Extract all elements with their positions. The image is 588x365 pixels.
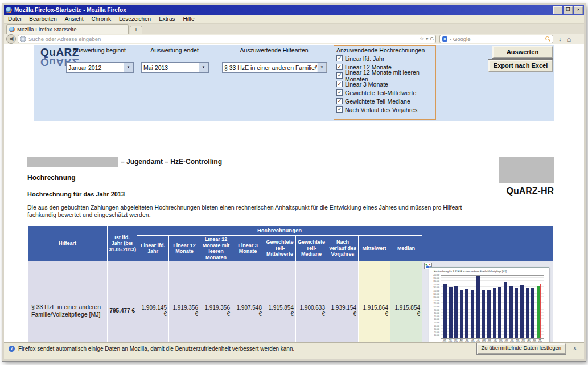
col-header: Linear 12 Monate mit leeren Monaten [200, 236, 232, 261]
notification-close-button[interactable]: x [570, 344, 579, 353]
chart-ytick: 90.000 [434, 309, 439, 311]
checkbox-item[interactable]: ✓Linear lfd. Jahr [336, 54, 433, 63]
checkbox-icon[interactable]: ✓ [336, 72, 343, 79]
menu-item-chronik[interactable]: Chronik [88, 16, 115, 22]
chart-ytick: 170.000 [433, 284, 439, 285]
menu-item-datei[interactable]: Datei [4, 16, 25, 22]
chart-ytick: 80.000 [434, 313, 439, 314]
globe-icon [20, 36, 26, 42]
search-icon[interactable] [545, 36, 550, 42]
checkbox-group-title: Anzuwendende Hochrechnungen [336, 47, 433, 54]
checkbox-label: Gewichtete Teil-Mittelwerte [345, 89, 416, 96]
chart-bar [449, 287, 453, 338]
checkbox-icon[interactable]: ✓ [336, 64, 343, 70]
home-icon[interactable]: ⌂ [567, 35, 571, 43]
dropdown-hilfearten[interactable]: § 33 HzE in einer anderen Familie/Vollze… [222, 62, 327, 73]
checkbox-list: ✓Linear lfd. Jahr✓Linear 12 Monate✓Linea… [336, 54, 433, 114]
chart-ytick: 200.000 [433, 274, 439, 276]
menu-item-ansicht[interactable]: Ansicht [61, 16, 88, 22]
restore-button[interactable]: ❐ [564, 6, 573, 14]
label-auswertung-endet: Auswertung endet [141, 47, 208, 54]
chart-spanne-bar [540, 284, 541, 338]
checkbox-item[interactable]: ✓Linear 12 Monate mit leeren Monaten [336, 71, 433, 80]
redacted-box [27, 157, 118, 167]
chart-bar [504, 282, 507, 338]
chart-bar [482, 290, 485, 338]
notification-settings-button[interactable]: Zu übermittelnde Daten festlegen [477, 343, 566, 354]
chart-ytick: 40.000 [434, 325, 439, 327]
checkbox-item[interactable]: ✓Nach Verlauf des Vorjahres [336, 105, 433, 114]
col-header: Linear 3 Monate [232, 236, 264, 261]
cell-value: 1.939.154 € [327, 261, 359, 343]
col-header: Gewichtete Teil- Mittelwerte [264, 236, 296, 261]
chevron-down-icon[interactable]: ▼ [199, 63, 208, 72]
export-excel-button[interactable]: Export nach Excel [488, 60, 553, 72]
checkbox-icon[interactable]: ✓ [336, 81, 343, 87]
col-header: Mittelwert [359, 236, 390, 261]
checkbox-icon[interactable]: ✓ [336, 55, 343, 61]
cell-median: 1.915.854 € [390, 261, 422, 343]
checkbox-icon[interactable]: ✓ [336, 106, 343, 113]
chart-ytick: 20.000 [434, 331, 439, 333]
menu-bar: DateiBearbeitenAnsichtChronikLesezeichen… [4, 15, 584, 24]
menu-item-hilfe[interactable]: Hilfe [179, 16, 199, 22]
col-header: Gewichtete Teil-Mediane [296, 236, 327, 261]
notification-text: Firefox sendet automatisch einige Daten … [18, 346, 294, 352]
tab-bar: Mozilla Firefox-Startseite + [4, 24, 584, 34]
chart-bar [509, 286, 513, 338]
chart-bar [531, 288, 534, 338]
chart-bar [498, 287, 501, 338]
dropdown-auswertung-beginnt[interactable]: Januar 2012 ▼ [66, 62, 134, 73]
col-header: Nach Verlauf des Vorjahres [327, 236, 359, 261]
cell-mittelwert: 1.915.864 € [359, 261, 390, 343]
chart-bar [493, 288, 496, 338]
search-bar[interactable]: 8 - Google [439, 35, 553, 43]
url-bar[interactable]: Suche oder Adresse eingeben ☆ ▾ C [18, 35, 436, 43]
chart-bar [471, 290, 474, 338]
url-placeholder: Suche oder Adresse eingeben [28, 36, 101, 42]
chart-bar [460, 290, 463, 338]
mini-chart-yaxis: 10.00020.00030.00040.00050.00060.00070.0… [430, 275, 440, 339]
cell-chart: Hochrechnung für '§ 33 HzE in einer ande… [422, 261, 554, 343]
chart-bar [476, 276, 480, 338]
checkbox-icon[interactable]: ✓ [336, 89, 343, 96]
chart-bar [526, 288, 529, 338]
reload-icon[interactable]: C [430, 36, 434, 42]
chart-ytick: 180.000 [433, 281, 439, 282]
search-placeholder: - Google [450, 36, 470, 42]
menu-item-bearbeiten[interactable]: Bearbeiten [25, 16, 60, 22]
url-dropdown-icon[interactable]: ▾ [426, 36, 429, 42]
bookmark-star-icon[interactable]: ☆ [420, 36, 424, 42]
auswerten-button[interactable]: Auswerten [492, 46, 553, 58]
tab-title: Mozilla Firefox-Startseite [17, 26, 77, 32]
checkbox-icon[interactable]: ✓ [336, 98, 343, 104]
cell-hilfeart: § 33 HzE in einer anderen Familie/Vollze… [28, 261, 108, 343]
dropdown-value: Januar 2012 [67, 64, 124, 71]
new-tab-button[interactable]: + [130, 26, 142, 34]
chevron-down-icon[interactable]: ▼ [124, 63, 133, 72]
chart-ytick: 120.000 [433, 300, 439, 301]
tab-firefox-startseite[interactable]: Mozilla Firefox-Startseite [6, 24, 129, 34]
dropdown-value: Mai 2013 [142, 64, 199, 71]
menu-item-extras[interactable]: Extras [155, 16, 179, 22]
checkbox-item[interactable]: ✓Gewichtete Teil-Mittelwerte [336, 88, 433, 97]
close-button[interactable]: × [574, 6, 583, 14]
checkbox-label: Gewichtete Teil-Mediane [345, 98, 410, 105]
downloads-icon[interactable]: ↓ [558, 35, 562, 42]
label-auswertung-beginnt: Auswertung beginnt [66, 47, 133, 54]
window-controls: _ ❐ × [553, 6, 584, 14]
checkbox-item[interactable]: ✓Gewichtete Teil-Mediane [336, 97, 433, 105]
dropdown-auswertung-endet[interactable]: Mai 2013 ▼ [141, 62, 209, 73]
hochrechnungen-checkbox-group: Anzuwendende Hochrechnungen ✓Linear lfd.… [334, 45, 436, 120]
minimize-button[interactable]: _ [553, 6, 562, 14]
back-button[interactable]: ◀ [6, 34, 16, 44]
chart-ytick: 60.000 [434, 319, 439, 321]
chevron-down-icon[interactable]: ▼ [317, 63, 327, 72]
menu-item-lesezeichen[interactable]: Lesezeichen [115, 16, 155, 22]
col-header-group: Hochrechnungen [137, 226, 422, 236]
mini-chart-plot [441, 275, 544, 339]
mini-chart: Hochrechnung für '§ 33 HzE in einer ande… [429, 267, 549, 342]
navigation-bar: ◀ Suche oder Adresse eingeben ☆ ▾ C 8 - … [4, 34, 584, 44]
chart-ytick: 160.000 [433, 287, 439, 289]
control-panel: QuARZ QuARZ Auswertung beginnt Januar 20… [34, 45, 554, 121]
